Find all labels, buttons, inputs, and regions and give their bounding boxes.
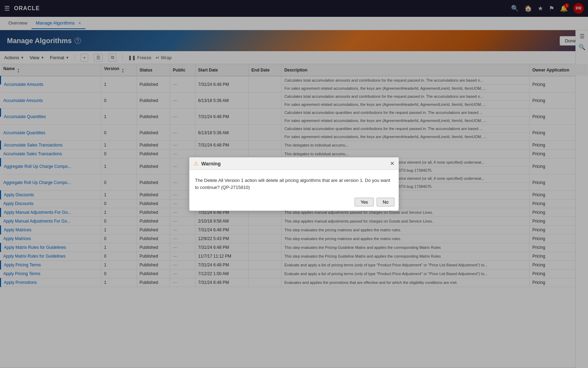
modal-overlay: ⚠ Warning ✕ The Delete All Version 1 act… [0,0,588,367]
modal-header: ⚠ Warning ✕ [189,157,399,170]
modal-yes-button[interactable]: Yes [355,198,374,206]
modal-no-button[interactable]: No [377,198,394,206]
modal-close-button[interactable]: ✕ [390,160,394,167]
modal-body: The Delete All Version 1 action will del… [189,170,399,195]
modal-title-area: ⚠ Warning [194,160,220,167]
warning-modal: ⚠ Warning ✕ The Delete All Version 1 act… [189,157,399,211]
modal-title: Warning [201,161,220,166]
modal-footer: Yes No [189,195,399,211]
modal-message: The Delete All Version 1 action will del… [195,178,390,190]
warning-icon: ⚠ [194,160,198,167]
